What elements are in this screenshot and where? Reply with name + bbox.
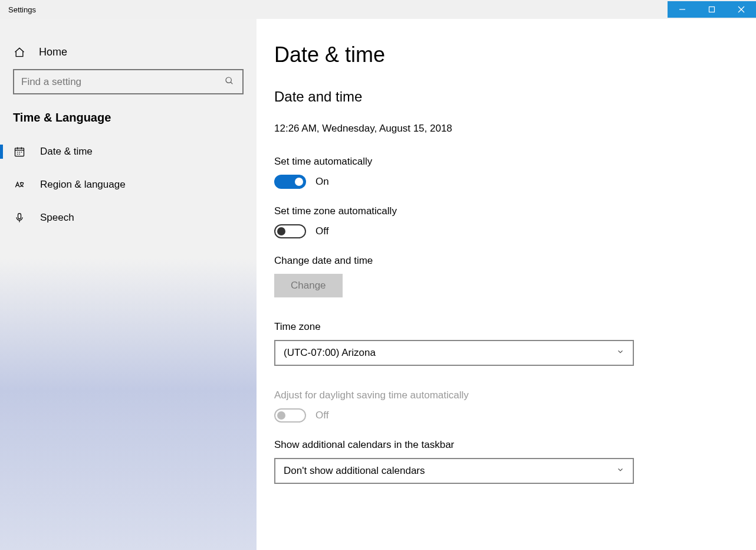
category-title: Time & Language xyxy=(0,111,257,135)
set-time-auto-label: Set time automatically xyxy=(274,156,756,168)
sidebar-item-label: Speech xyxy=(40,212,74,224)
timezone-value: (UTC-07:00) Arizona xyxy=(284,347,376,359)
set-time-auto-row: On xyxy=(274,175,756,189)
set-time-auto-state: On xyxy=(315,176,329,188)
app-body: Home Time & Language Date & time Region … xyxy=(0,19,756,550)
sidebar-item-date-time[interactable]: Date & time xyxy=(0,135,257,168)
additional-cal-label: Show additional calendars in the taskbar xyxy=(274,439,756,451)
svg-point-4 xyxy=(226,77,231,83)
sidebar-item-speech[interactable]: Speech xyxy=(0,201,257,234)
sidebar-item-region-language[interactable]: Region & language xyxy=(0,168,257,201)
timezone-block: Time zone (UTC-07:00) Arizona xyxy=(274,321,756,366)
svg-line-5 xyxy=(231,82,232,84)
change-dt-block: Change date and time Change xyxy=(274,255,756,297)
minimize-icon xyxy=(679,6,686,13)
titlebar: Settings xyxy=(0,0,756,19)
search-input[interactable] xyxy=(14,76,216,88)
sidebar: Home Time & Language Date & time Region … xyxy=(0,19,257,550)
change-dt-label: Change date and time xyxy=(274,255,756,267)
home-icon xyxy=(13,47,26,58)
search-box[interactable] xyxy=(13,69,244,94)
additional-cal-value: Don't show additional calendars xyxy=(284,465,425,477)
chevron-down-icon xyxy=(616,347,624,359)
set-time-auto-toggle[interactable] xyxy=(274,175,306,189)
svg-rect-1 xyxy=(709,7,715,12)
maximize-button[interactable] xyxy=(697,1,727,18)
chevron-down-icon xyxy=(616,465,624,477)
additional-cal-dropdown[interactable]: Don't show additional calendars xyxy=(274,458,634,484)
search-icon xyxy=(216,76,242,87)
set-tz-auto-block: Set time zone automatically Off xyxy=(274,205,756,238)
sidebar-item-label: Date & time xyxy=(40,146,93,158)
set-time-auto-block: Set time automatically On xyxy=(274,156,756,189)
dst-block: Adjust for daylight saving time automati… xyxy=(274,389,756,423)
set-tz-auto-label: Set time zone automatically xyxy=(274,205,756,217)
section-title: Date and time xyxy=(274,89,756,105)
dst-toggle xyxy=(274,408,306,423)
sidebar-item-label: Region & language xyxy=(40,179,126,191)
timezone-dropdown[interactable]: (UTC-07:00) Arizona xyxy=(274,340,634,366)
dst-state: Off xyxy=(315,410,328,421)
dst-label: Adjust for daylight saving time automati… xyxy=(274,389,756,401)
home-nav[interactable]: Home xyxy=(0,41,257,69)
timezone-label: Time zone xyxy=(274,321,756,333)
set-tz-auto-row: Off xyxy=(274,224,756,238)
maximize-icon xyxy=(708,6,715,13)
close-button[interactable] xyxy=(727,1,756,18)
home-label: Home xyxy=(39,46,67,58)
minimize-button[interactable] xyxy=(668,1,697,18)
page-title: Date & time xyxy=(274,42,756,67)
window-title: Settings xyxy=(0,5,36,14)
window-controls xyxy=(668,1,756,18)
additional-cal-block: Show additional calendars in the taskbar… xyxy=(274,439,756,484)
dst-row: Off xyxy=(274,408,756,423)
set-tz-auto-state: Off xyxy=(315,225,328,237)
svg-rect-16 xyxy=(18,214,21,219)
calendar-icon xyxy=(13,146,26,158)
set-tz-auto-toggle[interactable] xyxy=(274,224,306,238)
microphone-icon xyxy=(13,212,26,224)
close-icon xyxy=(738,6,745,13)
change-button[interactable]: Change xyxy=(274,274,343,297)
language-icon xyxy=(13,179,26,191)
search-wrap xyxy=(0,69,257,111)
current-datetime: 12:26 AM, Wednesday, August 15, 2018 xyxy=(274,123,756,135)
content: Date & time Date and time 12:26 AM, Wedn… xyxy=(257,19,756,550)
